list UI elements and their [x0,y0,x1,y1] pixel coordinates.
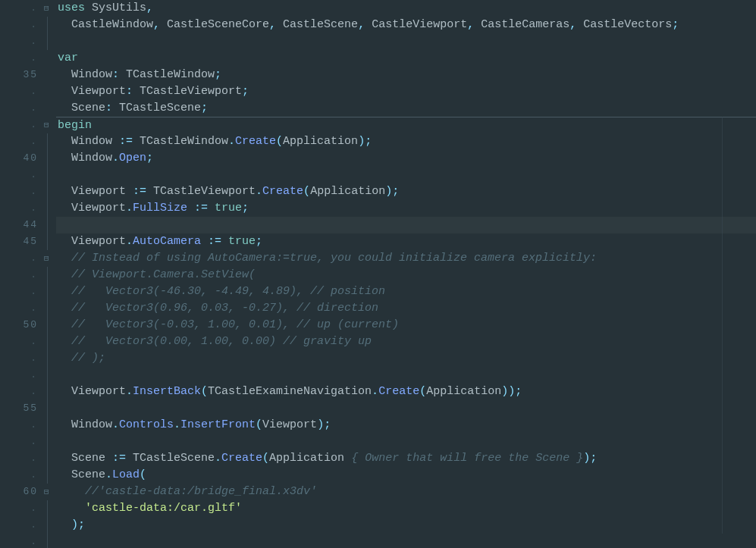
token-punc: ; [242,85,249,98]
line-number: . [0,517,38,534]
code-line[interactable]: uses SysUtils, [56,0,756,17]
line-number: 45 [0,233,38,250]
code-line[interactable]: begin [56,117,756,133]
fold-guide [44,183,56,200]
token-func: InsertFront [180,418,256,431]
line-number: . [0,33,38,50]
code-line[interactable]: Viewport.AutoCamera := true; [56,233,756,250]
fold-guide [44,150,56,167]
token-cmt: // Vector3(0.00, 1.00, 0.00) // gravity … [58,335,372,348]
line-number: . [0,183,38,200]
line-number-gutter: ....35....40...4445....50....55....60... [0,0,44,548]
code-line[interactable]: ); [56,517,756,534]
token-id: Application [310,185,385,198]
code-line[interactable]: Scene := TCastleScene.Create(Application… [56,450,756,467]
token-cmt: // Vector3(-46.30, -4.49, 4.89), // posi… [58,285,385,298]
token-punc: , [569,18,576,31]
code-line[interactable] [56,167,756,183]
code-line[interactable]: Window: TCastleWindow; [56,67,756,83]
code-line[interactable]: Scene: TCastleScene; [56,100,756,117]
token-punc: ( [140,468,146,481]
token-kw: var [58,52,78,64]
token-punc: : [126,85,133,98]
code-line[interactable]: // Vector3(-0.03, 1.00, 0.01), // up (cu… [56,317,756,333]
token-punc: . [112,152,119,164]
fold-toggle-icon[interactable] [44,117,56,133]
line-number: . [0,283,38,300]
fold-guide [44,384,56,400]
token-punc: , [153,18,160,31]
fold-guide [44,450,56,467]
fold-guide [44,67,56,83]
line-number: . [0,0,38,17]
token-id: TCastleViewport [133,85,242,98]
fold-column[interactable] [44,0,56,548]
token-cmt: // Instead of using AutoCamera:=true, yo… [58,252,597,265]
code-line[interactable] [56,400,756,417]
code-line[interactable]: // Instead of using AutoCamera:=true, yo… [56,250,756,267]
line-number: . [0,417,38,434]
line-number: 55 [0,400,38,417]
token-punc: ( [276,135,283,148]
line-number: . [0,267,38,283]
code-line[interactable]: // ); [56,350,756,367]
token-id: CastleViewport [365,18,467,31]
token-func: Create [221,452,262,465]
code-line[interactable]: var [56,50,756,67]
code-line[interactable]: Viewport: TCastleViewport; [56,83,756,100]
code-area[interactable]: uses SysUtils, CastleWindow, CastleScene… [56,0,756,548]
code-line[interactable]: Viewport := TCastleViewport.Create(Appli… [56,183,756,200]
token-op: := [112,452,126,465]
fold-guide [44,217,56,233]
token-id: Viewport [58,235,126,248]
code-line[interactable] [56,434,756,450]
code-line[interactable]: CastleWindow, CastleSceneCore, CastleSce… [56,17,756,33]
code-line[interactable]: //'castle-data:/bridge_final.x3dv' [56,484,756,500]
code-line[interactable]: Scene.Load( [56,467,756,484]
fold-guide [44,333,56,350]
code-line[interactable] [56,33,756,50]
token-punc: , [146,2,153,14]
line-number: . [0,100,38,117]
code-editor[interactable]: ....35....40...4445....50....55....60...… [0,0,756,548]
code-line[interactable]: Window.Open; [56,150,756,167]
token-punc: . [112,418,119,431]
code-line[interactable]: Window.Controls.InsertFront(Viewport); [56,417,756,434]
line-number: 60 [0,484,38,500]
code-line[interactable]: // Vector3(0.96, 0.03, -0.27), // direct… [56,300,756,317]
token-punc: ( [256,418,262,431]
token-id: TCastleScene [112,102,201,114]
code-line[interactable]: Viewport.FullSize := true; [56,200,756,217]
token-punc: ( [201,385,208,398]
line-number: . [0,133,38,150]
token-cmt: // Viewport.Camera.SetView( [58,268,256,281]
token-cmt: //'castle-data:/bridge_final.x3dv' [58,485,317,498]
code-line[interactable] [56,367,756,384]
token-punc: : [105,102,112,114]
token-punc: ; [392,185,399,198]
fold-guide [44,517,56,534]
token-id: TCastleExamineNavigation [208,385,372,398]
fold-guide [44,100,56,117]
code-line[interactable]: // Vector3(0.00, 1.00, 0.00) // gravity … [56,333,756,350]
fold-toggle-icon[interactable] [44,484,56,500]
line-number: 40 [0,150,38,167]
code-line[interactable]: // Viewport.Camera.SetView( [56,267,756,283]
code-line[interactable] [56,217,756,233]
code-line[interactable]: 'castle-data:/car.gltf' [56,500,756,517]
code-line[interactable]: Viewport.InsertBack(TCastleExamineNaviga… [56,384,756,400]
token-punc: . [126,385,133,398]
token-id: SysUtils [85,2,146,14]
fold-toggle-icon[interactable] [44,250,56,267]
token-punc: ; [242,202,249,215]
code-line[interactable] [56,534,756,548]
line-number: . [0,167,38,183]
code-line[interactable]: Window := TCastleWindow.Create(Applicati… [56,133,756,150]
token-func: InsertBack [133,385,201,398]
fold-guide [44,33,56,50]
code-line[interactable]: // Vector3(-46.30, -4.49, 4.89), // posi… [56,283,756,300]
fold-guide [44,267,56,283]
token-id [208,202,215,215]
fold-toggle-icon[interactable] [44,0,56,17]
fold-guide [44,467,56,484]
